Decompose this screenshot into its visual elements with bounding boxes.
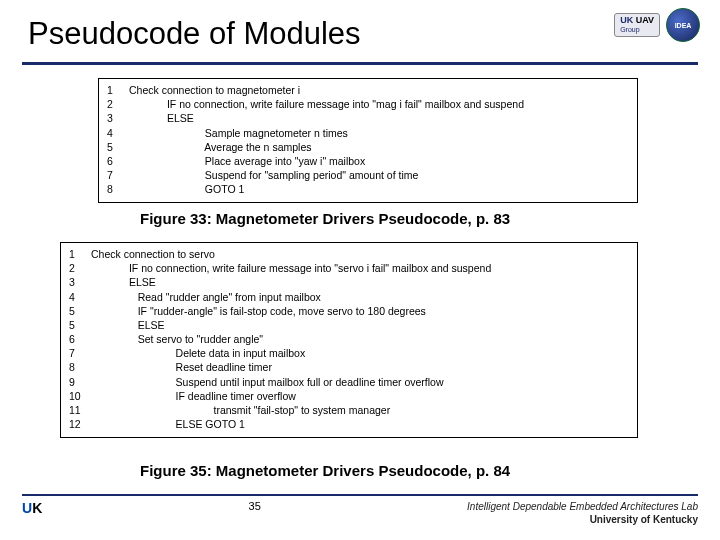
line-text: Suspend until input mailbox full or dead…: [91, 375, 444, 389]
line-text: IF deadline timer overflow: [91, 389, 296, 403]
line-text: Reset deadline timer: [91, 360, 272, 374]
pseudocode-line: 10 IF deadline timer overflow: [69, 389, 629, 403]
line-number: 12: [69, 417, 91, 431]
line-text: IF no connection, write failure message …: [129, 97, 524, 111]
university-name: University of Kentucky: [467, 513, 698, 526]
pseudocode-line: 1Check connection to magnetometer i: [107, 83, 629, 97]
pseudocode-line: 8 GOTO 1: [107, 182, 629, 196]
line-number: 1: [69, 247, 91, 261]
line-number: 10: [69, 389, 91, 403]
line-number: 4: [69, 290, 91, 304]
logo-group: Group: [620, 26, 639, 33]
line-text: GOTO 1: [129, 182, 244, 196]
line-number: 8: [107, 182, 129, 196]
line-number: 7: [69, 346, 91, 360]
line-text: Sample magnetometer n times: [129, 126, 348, 140]
title-underline: [22, 62, 698, 65]
pseudocode-line: 3 ELSE: [107, 111, 629, 125]
line-number: 2: [107, 97, 129, 111]
line-number: 2: [69, 261, 91, 275]
logo-idea-text: IDEA: [675, 22, 692, 29]
line-text: ELSE GOTO 1: [91, 417, 245, 431]
pseudocode-line: 5 Average the n samples: [107, 140, 629, 154]
logo-uk: UK: [620, 15, 633, 25]
line-text: Place average into "yaw i" mailbox: [129, 154, 365, 168]
page-number: 35: [42, 500, 467, 512]
pseudocode-box-1: 1Check connection to magnetometer i2 IF …: [98, 78, 638, 203]
pseudocode-line: 5 IF "rudder-angle" is fail-stop code, m…: [69, 304, 629, 318]
line-text: ELSE: [129, 111, 194, 125]
idea-lab-logo: IDEA: [666, 8, 700, 42]
pseudocode-line: 12 ELSE GOTO 1: [69, 417, 629, 431]
line-text: ELSE: [91, 318, 165, 332]
line-text: ELSE: [91, 275, 156, 289]
slide-title: Pseudocode of Modules: [28, 16, 361, 52]
line-number: 6: [107, 154, 129, 168]
line-number: 5: [69, 304, 91, 318]
uk-k: K: [32, 500, 42, 516]
pseudocode-line: 4 Sample magnetometer n times: [107, 126, 629, 140]
pseudocode-line: 7 Suspend for "sampling period" amount o…: [107, 168, 629, 182]
line-number: 11: [69, 403, 91, 417]
line-text: Read "rudder angle" from input mailbox: [91, 290, 321, 304]
line-text: Delete data in input mailbox: [91, 346, 305, 360]
uav-group-logo: UK UAV Group: [614, 13, 660, 37]
line-number: 5: [69, 318, 91, 332]
uk-u: U: [22, 500, 32, 516]
pseudocode-line: 2 IF no connection, write failure messag…: [107, 97, 629, 111]
footer-attribution: Intelligent Dependable Embedded Architec…: [467, 500, 698, 526]
line-text: IF no connection, write failure message …: [91, 261, 491, 275]
figure-35-caption: Figure 35: Magnetometer Drivers Pseudoco…: [140, 462, 510, 479]
pseudocode-line: 5 ELSE: [69, 318, 629, 332]
uk-wordmark: UK: [22, 500, 42, 516]
line-text: transmit "fail-stop" to system manager: [91, 403, 390, 417]
line-text: Check connection to magnetometer i: [129, 83, 300, 97]
footer-rule: [22, 494, 698, 496]
line-number: 8: [69, 360, 91, 374]
line-number: 3: [107, 111, 129, 125]
pseudocode-line: 7 Delete data in input mailbox: [69, 346, 629, 360]
pseudocode-line: 2 IF no connection, write failure messag…: [69, 261, 629, 275]
pseudocode-line: 3 ELSE: [69, 275, 629, 289]
line-text: Set servo to "rudder angle": [91, 332, 263, 346]
pseudocode-box-2: 1Check connection to servo2 IF no connec…: [60, 242, 638, 438]
line-text: IF "rudder-angle" is fail-stop code, mov…: [91, 304, 426, 318]
line-number: 1: [107, 83, 129, 97]
line-number: 3: [69, 275, 91, 289]
pseudocode-line: 1Check connection to servo: [69, 247, 629, 261]
line-number: 9: [69, 375, 91, 389]
lab-name: Intelligent Dependable Embedded Architec…: [467, 500, 698, 513]
line-number: 5: [107, 140, 129, 154]
line-number: 6: [69, 332, 91, 346]
pseudocode-line: 4 Read "rudder angle" from input mailbox: [69, 290, 629, 304]
pseudocode-line: 6 Place average into "yaw i" mailbox: [107, 154, 629, 168]
line-number: 7: [107, 168, 129, 182]
line-text: Suspend for "sampling period" amount of …: [129, 168, 418, 182]
slide-footer: UK 35 Intelligent Dependable Embedded Ar…: [22, 500, 698, 526]
line-number: 4: [107, 126, 129, 140]
pseudocode-line: 11 transmit "fail-stop" to system manage…: [69, 403, 629, 417]
pseudocode-line: 9 Suspend until input mailbox full or de…: [69, 375, 629, 389]
line-text: Check connection to servo: [91, 247, 215, 261]
header-logos: UK UAV Group IDEA: [614, 8, 700, 42]
logo-uav: UAV: [636, 15, 654, 25]
line-text: Average the n samples: [129, 140, 311, 154]
pseudocode-line: 6 Set servo to "rudder angle": [69, 332, 629, 346]
pseudocode-line: 8 Reset deadline timer: [69, 360, 629, 374]
figure-33-caption: Figure 33: Magnetometer Drivers Pseudoco…: [140, 210, 510, 227]
